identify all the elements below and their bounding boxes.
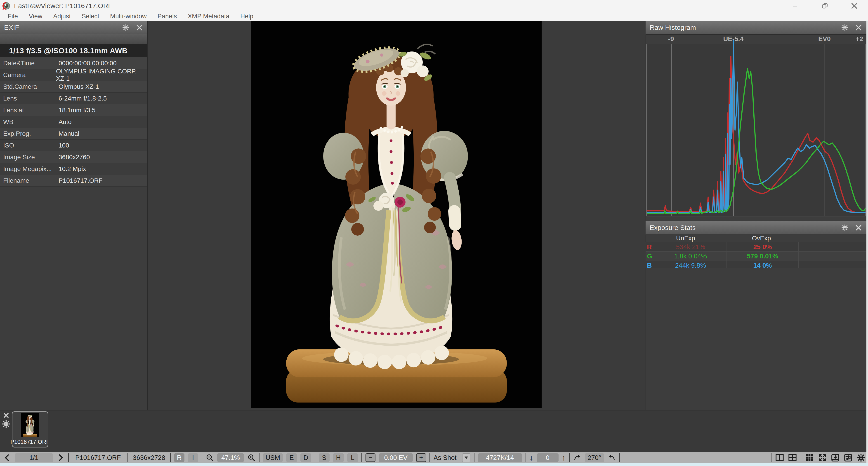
exif-row-value: P1016717.ORF (55, 177, 103, 184)
white-balance-dropdown-arrow-icon[interactable] (462, 453, 470, 462)
statusbar-dimensions: 3636x2728 (133, 454, 165, 462)
histogram-series-red (647, 56, 866, 212)
exif-row: Image Megapix...10.2 Mpix (0, 163, 147, 175)
zoom-level: 47.1% (217, 453, 244, 462)
menu-item-xmp-metadata[interactable]: XMP Metadata (182, 12, 235, 21)
exif-panel-title: EXIF (4, 24, 19, 31)
menu-item-panels[interactable]: Panels (152, 12, 182, 21)
preferences-gear-icon[interactable] (856, 453, 866, 462)
exif-summary-row: 1/13 f/3.5 @ISO100 18.1mm AWB (0, 44, 147, 57)
exif-row-label: Lens at (0, 104, 55, 116)
highlights-button[interactable]: H (333, 453, 344, 462)
filmstrip-thumbnail-selected[interactable]: P1016717.ORF (12, 411, 49, 447)
previous-image-chevron-icon[interactable] (3, 454, 11, 462)
rotate-clockwise-icon[interactable] (573, 454, 581, 462)
exif-row: Exp.Prog.Manual (0, 128, 147, 140)
menu-item-select[interactable]: Select (76, 12, 105, 21)
usm-button[interactable]: USM (263, 453, 283, 462)
exif-row-label: ISO (0, 140, 55, 151)
exif-row-label: Date&Time (0, 57, 55, 69)
exif-row-value: Olympus XZ-1 (55, 83, 99, 90)
bottom-edge-strip (0, 463, 868, 466)
ev-decrease-button[interactable]: − (366, 453, 375, 462)
histogram-close-icon[interactable] (855, 24, 862, 31)
empty-cell (799, 242, 866, 252)
exif-row-value: Auto (55, 119, 72, 126)
four-pane-layout-icon[interactable] (788, 453, 797, 462)
raw-toggle-button[interactable]: R (174, 453, 184, 462)
page-indicator: 1/1 (15, 453, 53, 462)
exposure-stats-row-r: R534k 21%25 0% (646, 242, 866, 252)
exif-row-label: Exp.Prog. (0, 128, 55, 139)
rating-value: 0 (537, 453, 559, 462)
exposure-stats-row-b: B244k 9.8%14 0% (646, 261, 866, 268)
exif-row-label: Camera (0, 69, 53, 80)
menu-item-view[interactable]: View (23, 12, 48, 21)
ovexp-value: 579 0.01% (727, 252, 799, 261)
channel-letter: B (646, 262, 655, 268)
ovexp-value: 25 0% (727, 242, 799, 252)
menu-item-help[interactable]: Help (235, 12, 259, 21)
exposure-settings-gear-icon[interactable] (841, 224, 849, 232)
filmstrip-close-icon[interactable] (3, 412, 9, 419)
filmstrip-settings-gear-icon[interactable] (1, 419, 11, 429)
histogram-settings-gear-icon[interactable] (841, 24, 849, 31)
fastrawviewer-window: FastRawViewer: P1016717.ORF FileViewAdju… (0, 0, 868, 466)
transfer-move-icon[interactable] (843, 453, 853, 462)
rating-down-arrow-icon[interactable]: ↓ (530, 453, 533, 462)
shadow-boost-button[interactable]: D (301, 453, 311, 462)
exif-row-value: 10.2 Mpix (55, 165, 86, 173)
photo-porcelain-doll[interactable] (251, 21, 541, 408)
menu-item-file[interactable]: File (2, 12, 23, 21)
thumbnail-filename: P1016717.ORF (10, 439, 50, 445)
exif-close-icon[interactable] (135, 24, 143, 31)
exif-row-value: 6-24mm f/1.8-2.5 (55, 95, 107, 102)
fullscreen-expand-icon[interactable] (817, 453, 827, 462)
empty-cell (799, 252, 866, 261)
minimize-icon[interactable] (792, 2, 799, 10)
exposure-stats-column-headers: UnExp OvExp (646, 234, 866, 242)
filmstrip-panel (0, 410, 868, 452)
exif-row: Image Size3680x2760 (0, 151, 147, 163)
exposure-correction-button[interactable]: E (286, 453, 297, 462)
exif-settings-gear-icon[interactable] (122, 24, 130, 31)
rating-up-arrow-icon[interactable]: ↑ (562, 453, 566, 462)
exif-row-label: Filename (0, 175, 55, 186)
exif-row-value: OLYMPUS IMAGING CORP. XZ-1 (53, 68, 147, 82)
export-download-icon[interactable] (831, 453, 840, 462)
white-balance-dropdown[interactable]: As Shot (434, 454, 457, 462)
histogram-axis-labels: -9UE-5.4EV0+2 (647, 34, 866, 44)
unexp-value: 534k 21% (655, 242, 727, 252)
column-header-unexp: UnExp (646, 235, 725, 242)
channel-letter: G (646, 252, 655, 260)
exif-row-label: Image Megapix... (0, 163, 55, 175)
exif-column-strip (0, 34, 147, 44)
rotate-counterclockwise-icon[interactable] (608, 454, 616, 462)
zoom-in-icon[interactable] (247, 454, 255, 462)
grid-view-icon[interactable] (805, 453, 814, 462)
shadows-button[interactable]: S (319, 453, 330, 462)
thumbnail-image (20, 413, 40, 437)
histogram-panel-title: Raw Histogram (650, 24, 696, 31)
exposure-close-icon[interactable] (855, 224, 862, 232)
exposure-stats-table: UnExp OvExp R534k 21%25 0%G1.8k 0.04%579… (646, 234, 866, 268)
unexp-value: 244k 9.8% (655, 261, 727, 268)
ev-increase-button[interactable]: + (416, 453, 426, 462)
exif-row-value: 3680x2760 (55, 154, 90, 161)
lights-button[interactable]: L (347, 453, 358, 462)
close-icon[interactable] (850, 2, 858, 10)
statusbar-filename: P1016717.ORF (75, 454, 121, 462)
next-image-chevron-icon[interactable] (57, 454, 65, 462)
histogram-axis-label: EV0 (818, 35, 831, 43)
two-pane-layout-icon[interactable] (775, 453, 784, 462)
exif-summary-text: 1/13 f/3.5 @ISO100 18.1mm AWB (9, 46, 127, 55)
exposure-stats-title: Exposure Stats (650, 224, 695, 232)
restore-icon[interactable] (821, 2, 829, 10)
menu-item-adjust[interactable]: Adjust (48, 12, 76, 21)
info-toggle-button[interactable]: I (188, 453, 198, 462)
zoom-out-icon[interactable] (206, 454, 214, 462)
empty-cell (799, 261, 866, 268)
menu-item-multi-window[interactable]: Multi-window (105, 12, 152, 21)
exposure-stats-panel-header: Exposure Stats (646, 221, 866, 235)
exif-row-label: Std.Camera (0, 81, 55, 92)
